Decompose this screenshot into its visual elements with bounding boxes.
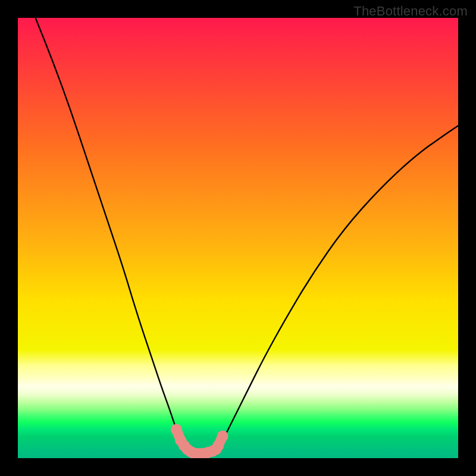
valley-markers	[171, 424, 228, 458]
marker-dot	[217, 431, 228, 442]
marker-dot	[171, 424, 182, 435]
left-curve	[36, 18, 187, 450]
marker-dot	[212, 440, 224, 452]
curve-layer	[18, 18, 458, 458]
plot-area	[18, 18, 458, 458]
right-curve	[218, 126, 458, 449]
chart-frame: TheBottleneck.com	[0, 0, 476, 476]
watermark-text: TheBottleneck.com	[353, 4, 468, 19]
